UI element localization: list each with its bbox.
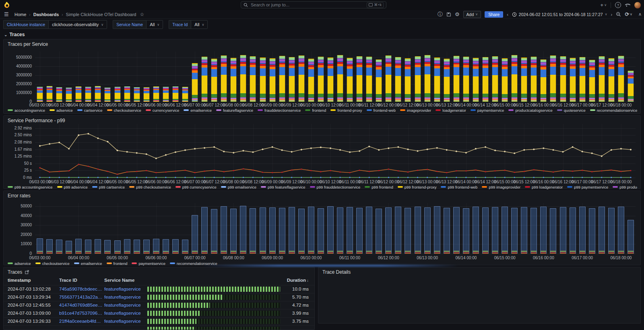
- time-range-picker[interactable]: 2024-06-02 12:01:51 to 2024-06-18 11:27:…: [512, 12, 607, 17]
- legend-item[interactable]: emailservice: [74, 261, 102, 266]
- legend-item[interactable]: quoteservice: [557, 108, 586, 113]
- legend-item[interactable]: p99 frontend-proxy: [398, 185, 437, 189]
- legend-item[interactable]: imageprovider: [400, 108, 431, 113]
- cell-timestamp: 2024-07-03 12:45:55: [8, 303, 58, 307]
- legend-item[interactable]: cartservice: [77, 108, 103, 113]
- legend-item[interactable]: productcatalogservice: [508, 108, 552, 113]
- table-row[interactable]: 2024-07-03 13:26:3321ff4a0ceeaeb4fd90af0…: [4, 317, 314, 326]
- legend-item[interactable]: currencyservice: [146, 108, 180, 113]
- panel-title[interactable]: Trace Details: [322, 269, 351, 275]
- breadcrumb-dashboards[interactable]: Dashboards: [33, 12, 59, 17]
- section-row-traces[interactable]: ⌄ Traces: [4, 32, 25, 37]
- legend-item[interactable]: p99 currencyservice: [175, 185, 217, 189]
- legend-item[interactable]: frauddetectionservice: [258, 108, 301, 113]
- news-icon[interactable]: [625, 2, 630, 8]
- table-row[interactable]: 2024-07-03 12:45:5541474d0769d85ee2828..…: [4, 301, 314, 310]
- legend-item[interactable]: frontend-web: [367, 108, 396, 113]
- service-name-link[interactable]: featureflagservice: [104, 303, 146, 307]
- data-point: [417, 177, 418, 178]
- bar-segment: [143, 93, 149, 99]
- panel-title[interactable]: Error rates: [8, 193, 31, 199]
- legend-item[interactable]: recommendationservice: [590, 108, 637, 113]
- legend-item[interactable]: p99 frontend-web: [441, 185, 477, 189]
- variable-value-dropdown[interactable]: clickhouse-observability∨: [48, 20, 107, 29]
- table-row[interactable]: 2024-07-03 13:02:28745a59078cbdeec39b7..…: [4, 285, 314, 293]
- breadcrumb-home[interactable]: Home: [14, 12, 26, 17]
- panel-links-icon[interactable]: [25, 270, 29, 274]
- service-name-link[interactable]: featureflagservice: [104, 287, 146, 291]
- trace-id-link[interactable]: 21ff4a0ceeaeb4fd90af0...: [59, 319, 103, 324]
- legend-item[interactable]: p99 accountingservice: [8, 185, 53, 189]
- trace-id-link[interactable]: 745a59078cbdeec39b7...: [59, 287, 103, 291]
- column-header-trace-id[interactable]: Trace ID: [59, 278, 103, 283]
- legend-item[interactable]: p99 paymentservice: [567, 185, 608, 189]
- collapse-toolbar-icon[interactable]: ∧: [638, 12, 642, 17]
- legend-item[interactable]: adservice: [8, 261, 31, 266]
- legend-item[interactable]: p99 featureflagservice: [261, 185, 305, 189]
- panel-title[interactable]: Traces: [8, 269, 29, 275]
- legend-item[interactable]: frontend: [305, 108, 326, 113]
- help-icon[interactable]: ?: [615, 2, 621, 8]
- bar-segment: [570, 101, 576, 102]
- service-name-link[interactable]: featureflagservice: [104, 319, 146, 324]
- dashboard-insights-icon[interactable]: ⓘ: [438, 12, 443, 17]
- panel-title[interactable]: Traces per Service: [8, 41, 48, 47]
- variable-value-dropdown[interactable]: All∨: [146, 20, 163, 29]
- variable-value-dropdown[interactable]: All∨: [191, 20, 208, 29]
- legend-item[interactable]: featureflagservice: [216, 108, 253, 113]
- legend-item[interactable]: checkoutservice: [35, 261, 70, 266]
- legend-item[interactable]: p99 productcatalogservice: [613, 185, 637, 189]
- variable-label[interactable]: Trace Id: [169, 20, 191, 29]
- share-button[interactable]: Share: [485, 11, 503, 18]
- search-input-wrapper[interactable]: ⌘+k: [241, 1, 386, 8]
- data-point: [591, 177, 592, 178]
- column-header-duration[interactable]: Duration↓: [287, 278, 309, 283]
- legend-item[interactable]: p99 frauddetectionservice: [310, 185, 361, 189]
- legend-item[interactable]: adservice: [50, 108, 73, 113]
- column-header-service-name[interactable]: Service Name: [104, 278, 146, 283]
- legend-item[interactable]: accountingservice: [8, 108, 45, 113]
- bar-segment: [444, 208, 450, 251]
- service-name-link[interactable]: featureflagservice: [104, 311, 146, 316]
- legend-item[interactable]: loadgenerator: [436, 108, 466, 113]
- new-menu-button[interactable]: +∨: [601, 2, 607, 8]
- menu-icon[interactable]: ☰: [4, 11, 9, 17]
- column-header-timestamp[interactable]: timestamp: [8, 278, 58, 283]
- legend-item[interactable]: p99 adservice: [57, 185, 88, 189]
- search-input[interactable]: [250, 2, 367, 8]
- gear-icon[interactable]: ⚙: [455, 12, 460, 17]
- trace-id-link[interactable]: 41474d0769d85ee2828...: [59, 303, 103, 307]
- trace-id-link[interactable]: b91ce47d753709695f1d...: [59, 311, 103, 316]
- time-shift-forward-icon[interactable]: ›: [611, 12, 613, 17]
- time-shift-back-icon[interactable]: ‹: [507, 12, 508, 17]
- legend-item[interactable]: p99 imageprovider: [482, 185, 520, 189]
- trace-id-link[interactable]: 75563771413a22a54618...: [59, 295, 103, 299]
- grafana-logo-icon[interactable]: [4, 2, 10, 8]
- legend-item[interactable]: checkoutservice: [107, 108, 141, 113]
- user-avatar[interactable]: [634, 2, 641, 8]
- legend-item[interactable]: frontend: [107, 261, 128, 266]
- data-point: [591, 171, 592, 172]
- legend-item[interactable]: p99 emailservice: [221, 185, 256, 189]
- add-button[interactable]: Add∨: [463, 11, 481, 18]
- zoom-out-icon[interactable]: [616, 12, 621, 17]
- favorite-star-icon[interactable]: ☆: [140, 12, 144, 17]
- table-row[interactable]: [4, 325, 314, 330]
- legend-item[interactable]: p99 checkoutservice: [129, 185, 171, 189]
- legend-item[interactable]: p99 cartservice: [92, 185, 125, 189]
- panel-title[interactable]: Service Performance - p99: [8, 118, 65, 123]
- variable-label[interactable]: ClickHouse instance: [3, 20, 48, 29]
- bar-segment: [124, 93, 130, 99]
- refresh-icon[interactable]: ⟳∨: [625, 12, 632, 17]
- table-row[interactable]: 2024-07-03 13:29:3475563771413a22a54618.…: [4, 293, 314, 301]
- variable-label[interactable]: Service Name: [113, 20, 146, 29]
- legend-item[interactable]: p99 loadgenerator: [525, 185, 563, 189]
- legend-item[interactable]: frontend-proxy: [330, 108, 362, 113]
- save-icon[interactable]: [446, 12, 451, 17]
- service-name-link[interactable]: featureflagservice: [104, 295, 146, 299]
- table-row[interactable]: 2024-07-03 13:09:00b91ce47d753709695f1d.…: [4, 309, 314, 318]
- legend-item[interactable]: paymentservice: [471, 108, 504, 113]
- legend-item[interactable]: p99 frontend: [365, 185, 393, 189]
- legend-item[interactable]: paymentservice: [132, 261, 165, 266]
- legend-item[interactable]: emailservice: [184, 108, 212, 113]
